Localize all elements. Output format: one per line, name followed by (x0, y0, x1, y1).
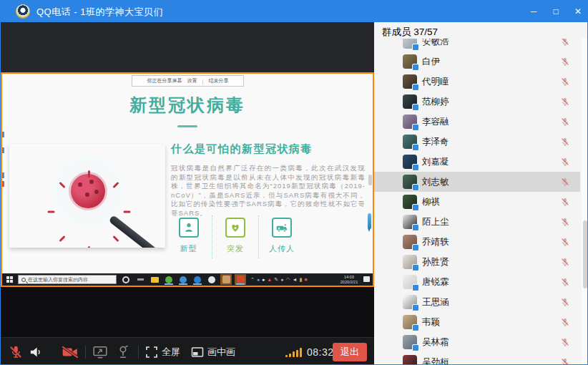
titlebar[interactable]: QQ电话 - 1班的学神大宝贝们 ─ □ ✕ (1, 1, 588, 22)
screen-share-button[interactable] (92, 338, 108, 365)
avatar (403, 94, 417, 109)
start-button-icon (6, 276, 13, 283)
mic-muted-icon[interactable] (560, 117, 570, 127)
search-icon (21, 278, 26, 282)
avatar (403, 335, 417, 349)
avatar (403, 115, 417, 129)
member-row[interactable]: 孙胜贤 (374, 252, 580, 272)
avatar (403, 255, 417, 269)
qq-tray-icon: ● (257, 277, 260, 282)
feature-label: 新型 (180, 243, 197, 254)
qq-browser-icon (192, 274, 203, 285)
member-row[interactable]: 唐锐霖 (374, 272, 580, 292)
member-name: 白伊 (422, 56, 440, 68)
mic-muted-icon[interactable] (560, 357, 570, 365)
mic-muted-icon[interactable] (560, 177, 570, 187)
mic-muted-icon[interactable] (560, 39, 570, 47)
mic-muted-icon[interactable] (560, 297, 570, 307)
taskbar-search-placeholder: 在这里输入你要搜索的内容 (28, 276, 88, 283)
mic-muted-icon[interactable] (560, 317, 570, 327)
globe-browser-icon (177, 274, 189, 285)
taskbar-tray-icons: ⌃●●▲✎●◠◄▮■ (250, 273, 308, 286)
avatar (403, 295, 417, 309)
pip-label: 画中画 (207, 346, 235, 359)
member-row[interactable]: 安敏浩 (374, 39, 580, 52)
mic-muted-icon[interactable] (560, 277, 570, 287)
mic-muted-icon[interactable] (560, 57, 570, 67)
cloud-tray-icon: ● (280, 277, 283, 282)
minimize-button[interactable]: ─ (524, 1, 544, 22)
presenter-button[interactable] (115, 338, 131, 365)
avatar (403, 355, 417, 365)
member-row[interactable]: 吴林霜 (374, 332, 580, 352)
mic-muted-icon[interactable] (560, 237, 570, 247)
member-row[interactable]: 柳祺 (374, 192, 580, 212)
share-stop-text: 结束分享 (208, 77, 228, 84)
member-name: 吴劲桓 (422, 356, 449, 365)
mic-muted-icon[interactable] (560, 97, 570, 107)
close-button[interactable]: ✕ (568, 1, 588, 22)
camera-off-button[interactable] (61, 338, 79, 365)
qq-logo-icon (16, 4, 30, 19)
member-row[interactable]: 范柳婷 (374, 92, 580, 112)
clock-date: 2020/2/21 (335, 280, 363, 285)
maximize-button[interactable]: □ (546, 1, 566, 22)
slide-body-text: 冠状病毒是自然界广泛存在的一类病毒，此次在武汉发现的新型冠状病毒是以前从未在人体… (171, 164, 366, 218)
sidebar-scrollbar-thumb[interactable] (583, 220, 587, 288)
powerpoint-icon (235, 274, 246, 285)
divider (85, 346, 86, 359)
taskbar-clock: 14:03 2020/2/21 (335, 275, 363, 284)
exit-button[interactable]: 退出 (333, 343, 367, 361)
person-tray-icon: ● (262, 277, 265, 282)
member-row[interactable]: 刘嘉凝 (374, 152, 580, 172)
chevron-up-tray-icon: ⌃ (250, 277, 255, 282)
call-stage: 你正在分享屏幕 设置 | 结束分享 新型冠状病毒 (1, 22, 374, 365)
magnifier-handle (109, 215, 161, 248)
pip-button[interactable]: 画中画 (191, 338, 235, 365)
mic-muted-icon[interactable] (560, 217, 570, 227)
volume-tray-icon: ◄ (293, 277, 298, 282)
member-row[interactable]: 李容融 (374, 112, 580, 132)
sidebar-scrollbar[interactable] (582, 39, 588, 365)
taskbar-search-box: 在这里输入你要搜索的内容 (18, 275, 117, 284)
member-name: 刘嘉凝 (422, 156, 449, 168)
member-row[interactable]: 乔靖轶 (374, 232, 580, 252)
avatar (403, 175, 417, 189)
mic-muted-icon[interactable] (560, 137, 570, 147)
mic-muted-icon[interactable] (560, 197, 570, 207)
fullscreen-button[interactable]: 全屏 (145, 338, 180, 365)
slide-scrollbar-thumb (368, 175, 372, 185)
speaker-button[interactable] (28, 338, 44, 365)
member-row[interactable]: 白伊 (374, 52, 580, 72)
member-name: 乔靖轶 (422, 236, 449, 248)
edge-marker (2, 172, 4, 178)
member-row[interactable]: 刘志敏 (374, 172, 580, 192)
feature-new: 新型 (165, 215, 212, 258)
avatar (403, 74, 417, 89)
battery-tray-icon: ▮ (299, 277, 302, 282)
avatar (403, 135, 417, 149)
edge-marker (2, 181, 4, 187)
member-row[interactable]: 韦颖 (374, 312, 580, 332)
heart-icon (225, 218, 245, 238)
mic-muted-icon[interactable] (560, 337, 570, 347)
divider (138, 346, 139, 359)
avatar (403, 235, 417, 249)
slide-heading: 什么是可怕的新型冠状病毒 (171, 142, 313, 156)
mic-muted-icon[interactable] (560, 157, 570, 167)
mic-muted-button[interactable] (8, 338, 24, 365)
mic-muted-icon[interactable] (560, 77, 570, 87)
avatar (403, 315, 417, 329)
avatar (403, 155, 417, 169)
screen-record-icon (220, 274, 232, 285)
network-tray-icon: ◠ (285, 277, 290, 282)
member-row[interactable]: 陌上尘 (374, 212, 580, 232)
person-icon (179, 218, 199, 238)
member-row[interactable]: 王思涵 (374, 292, 580, 312)
member-row[interactable]: 李泽奇 (374, 132, 580, 152)
mic-muted-icon[interactable] (560, 257, 570, 267)
touch-keyboard-icon (363, 276, 370, 282)
member-row[interactable]: 吴劲桓 (374, 352, 580, 365)
member-row[interactable]: 代明瞳 (374, 72, 580, 92)
quark-browser-icon (206, 274, 217, 285)
